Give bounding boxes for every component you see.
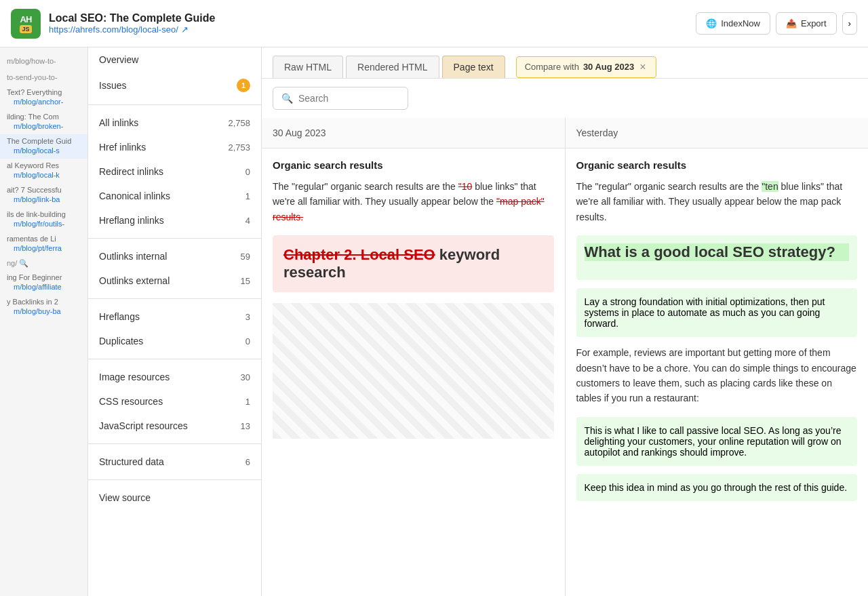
text-prefix: The "regular" organic search results are… (576, 181, 762, 192)
sidebar-item-count: 0 (245, 336, 250, 346)
sidebar-divider (88, 479, 261, 480)
header-left: AH JS Local SEO: The Complete Guide http… (11, 9, 215, 39)
sidebar-item-label: Hreflangs (99, 311, 245, 322)
sidebar-item-label: Duplicates (99, 336, 245, 346)
striped-placeholder (273, 303, 554, 439)
more-options-button[interactable]: › (842, 12, 857, 35)
tab-page-text[interactable]: Page text (442, 56, 505, 78)
compare-date: 30 Aug 2023 (583, 62, 634, 72)
right-pane-content: Organic search results The "regular" org… (566, 148, 869, 520)
compare-close-button[interactable]: × (638, 61, 647, 73)
sidebar-divider (88, 298, 261, 299)
tab-label: Page text (454, 62, 494, 73)
indexnow-button[interactable]: 🌐 IndexNow (696, 12, 770, 35)
sidebar-item-label: Structured data (99, 456, 245, 467)
compare-label: Compare with (525, 62, 579, 72)
pre-sidebar-link[interactable]: m/blog/affiliate (7, 281, 81, 292)
text-prefix: The "regular" organic search results are… (273, 181, 458, 192)
pre-sidebar-link[interactable]: m/blog/broken- (7, 121, 81, 132)
pre-sidebar-item: y Backlinks in 2 m/blog/buy-ba (0, 295, 87, 319)
highlighted-text: "ten (762, 181, 778, 192)
external-link-icon: ↗ (181, 24, 189, 35)
sidebar-item-count: 0 (245, 167, 250, 177)
sidebar-item-hreflangs[interactable]: Hreflangs 3 (88, 304, 261, 329)
pre-sidebar-item: ilding: The Com m/blog/broken- (0, 110, 87, 134)
right-para-text: For example, reviews are important but g… (576, 345, 858, 406)
left-pane-date: 30 Aug 2023 (273, 127, 326, 138)
tab-label: Raw HTML (284, 62, 332, 73)
right-pane-date: Yesterday (576, 127, 618, 138)
sidebar-item-count: 59 (241, 252, 250, 262)
sidebar-item-image-resources[interactable]: Image resources 30 (88, 365, 261, 389)
page-url-link[interactable]: https://ahrefs.com/blog/local-seo/ (49, 24, 178, 35)
pre-sidebar-item: ng/ 🔍 (0, 256, 87, 271)
sidebar-item-all-inlinks[interactable]: All inlinks 2,758 (88, 111, 261, 135)
pre-sidebar-link[interactable]: m/blog/local-k (7, 170, 81, 180)
right-pane-header: Yesterday (566, 118, 869, 148)
pre-sidebar-link[interactable]: m/blog/link-ba (7, 194, 81, 205)
sidebar-item-issues[interactable]: Issues 1 (88, 72, 261, 99)
pre-sidebar-link[interactable]: m/blog/anchor- (7, 96, 81, 107)
sidebar-item-js-resources[interactable]: JavaScript resources 13 (88, 414, 261, 438)
sidebar-item-count: 30 (241, 372, 250, 382)
sidebar-divider (88, 238, 261, 239)
sidebar-item-canonical-inlinks[interactable]: Canonical inlinks 1 (88, 184, 261, 208)
pre-sidebar-link[interactable]: m/blog/fr/outils- (7, 218, 81, 229)
pre-sidebar-link[interactable]: m/blog/pt/ferra (7, 243, 81, 254)
sidebar-item-count: 4 (245, 216, 250, 226)
pre-sidebar-item: al Keyword Res m/blog/local-k (0, 159, 87, 183)
pre-sidebar-item: Text? Everything m/blog/anchor- (0, 85, 87, 110)
pre-sidebar-link[interactable]: m/blog/local-s (7, 145, 81, 156)
sidebar-item-redirect-inlinks[interactable]: Redirect inlinks 0 (88, 159, 261, 184)
sidebar-item-label: Image resources (99, 372, 241, 382)
tab-raw-html[interactable]: Raw HTML (273, 56, 343, 78)
sidebar-item-count: 1 (245, 191, 250, 201)
left-pane-content: Organic search results The "regular" org… (262, 148, 565, 450)
sidebar-item-label: Outlinks internal (99, 251, 241, 262)
deleted-text-1: "10 (458, 181, 473, 192)
pre-sidebar-item: to-send-you-to- (0, 69, 87, 85)
right-para-4: Keep this idea in mind as you go through… (576, 474, 858, 501)
sidebar-item-overview[interactable]: Overview (88, 47, 261, 72)
sidebar-item-css-resources[interactable]: CSS resources 1 (88, 389, 261, 414)
right-pane: Yesterday Organic search results The "re… (566, 118, 869, 596)
issues-badge: 1 (237, 79, 250, 92)
left-text-block-1: The "regular" organic search results are… (273, 179, 554, 224)
right-para-text: Lay a strong foundation with initial opt… (585, 296, 850, 329)
sidebar-item-label: Outlinks external (99, 275, 241, 286)
logo-text-top: AH (20, 14, 32, 24)
export-button[interactable]: 📤 Export (776, 12, 837, 35)
sidebar-item-outlinks-internal[interactable]: Outlinks internal 59 (88, 244, 261, 269)
right-section-heading: Organic search results (576, 159, 858, 171)
sidebar-item-count: 3 (245, 312, 250, 322)
sidebar-item-hreflang-inlinks[interactable]: Hreflang inlinks 4 (88, 208, 261, 233)
pre-sidebar-item: ils de link-building m/blog/fr/outils- (0, 207, 87, 232)
main-layout: m/blog/how-to- to-send-you-to- Text? Eve… (0, 47, 868, 596)
sidebar-item-view-source[interactable]: View source (88, 485, 261, 510)
sidebar-item-duplicates[interactable]: Duplicates 0 (88, 329, 261, 353)
search-icon: 🔍 (281, 93, 293, 104)
search-input[interactable] (298, 93, 399, 104)
header: AH JS Local SEO: The Complete Guide http… (0, 0, 868, 47)
sidebar-item-label: Hreflang inlinks (99, 215, 245, 226)
right-para-1: Lay a strong foundation with initial opt… (576, 288, 858, 337)
sidebar-item-count: 2,758 (228, 118, 250, 128)
chapter-block: Chapter 2. Local SEO keyword research (273, 235, 554, 292)
export-label: Export (801, 18, 827, 28)
tab-rendered-html[interactable]: Rendered HTML (346, 56, 439, 78)
right-para-2: For example, reviews are important but g… (576, 345, 858, 406)
pre-sidebar-link[interactable]: m/blog/buy-ba (7, 306, 81, 317)
sidebar-item-structured-data[interactable]: Structured data 6 (88, 450, 261, 474)
search-input-wrap: 🔍 (273, 87, 408, 110)
pre-sidebar-item: ait? 7 Successfu m/blog/link-ba (0, 183, 87, 207)
page-url: https://ahrefs.com/blog/local-seo/ ↗ (49, 24, 215, 35)
sidebar-item-outlinks-external[interactable]: Outlinks external 15 (88, 269, 261, 293)
indexnow-label: IndexNow (721, 18, 760, 28)
compare-badge: Compare with 30 Aug 2023 × (516, 56, 656, 78)
export-icon: 📤 (786, 18, 797, 28)
sidebar-item-href-inlinks[interactable]: Href inlinks 2,753 (88, 135, 261, 159)
tab-label: Rendered HTML (357, 62, 428, 73)
content-area: Raw HTML Rendered HTML Page text Compare… (262, 47, 868, 596)
sidebar-item-label: All inlinks (99, 117, 228, 128)
sidebar-item-label: CSS resources (99, 396, 245, 407)
